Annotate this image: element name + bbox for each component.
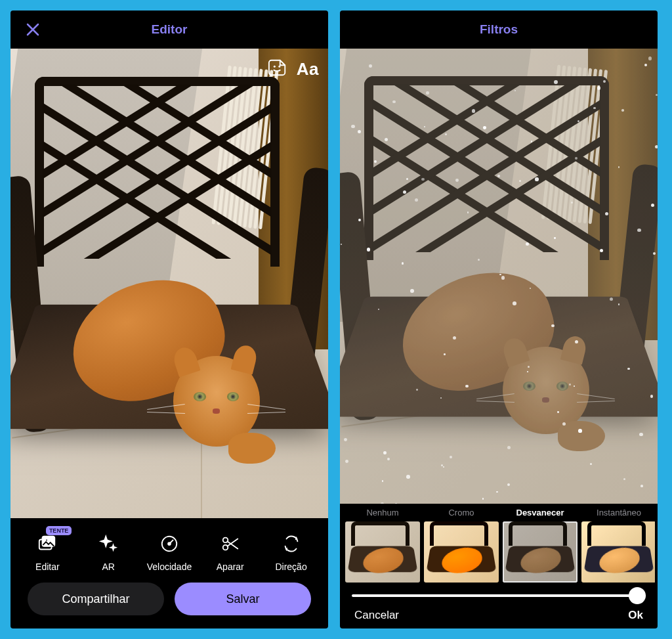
edit-label: Editar [35,562,60,572]
filter-fade[interactable]: Desvanecer [503,508,578,583]
filters-header: Filtros [340,11,658,49]
sparkle-icon [98,533,118,555]
photo-preview [10,49,328,518]
close-button[interactable] [25,21,41,42]
try-badge: TENTE [46,526,72,535]
scissors-icon [220,533,240,555]
direction-label: Direção [275,562,306,572]
intensity-slider[interactable] [352,594,646,597]
svg-point-6 [168,542,171,545]
editor-screen: Editor [10,11,328,628]
editor-title: Editor [152,22,188,37]
ok-button[interactable]: Ok [628,609,643,622]
cancel-button[interactable]: Cancelar [354,609,399,622]
gallery-icon [37,533,57,555]
svg-point-4 [46,539,49,542]
share-button[interactable]: Compartilhar [28,583,164,615]
filter-instant[interactable]: Instantâneo [581,508,655,583]
filter-instant-label: Instantâneo [597,508,641,518]
filter-none[interactable]: Nenhum [345,508,420,583]
trim-label: Aparar [217,562,244,572]
trim-tool[interactable]: Aparar [201,533,260,572]
ar-tool[interactable]: AR [79,533,138,572]
filter-fade-label: Desvanecer [516,508,564,518]
slider-knob[interactable] [629,587,646,604]
text-tool-icon[interactable]: Aa [297,59,319,79]
speed-tool[interactable]: Velocidade [140,533,199,572]
filtered-photo [340,49,658,504]
svg-point-1 [278,66,280,68]
filter-thumbnails: Nenhum Cromo Desvanecer [343,508,655,583]
filter-chrome[interactable]: Cromo [424,508,499,583]
filter-preview-canvas[interactable] [340,49,658,504]
editor-header: Editor [10,11,328,49]
speed-label: Velocidade [147,562,192,572]
filters-screen: Filtros [340,11,658,628]
filter-chrome-label: Cromo [448,508,474,518]
save-button[interactable]: Salvar [175,583,311,615]
svg-point-0 [274,66,276,68]
sticker-icon[interactable] [268,58,287,80]
edit-tool[interactable]: TENTE Editar [18,533,77,572]
ar-label: AR [102,562,114,572]
photo-canvas[interactable]: Aa [10,49,328,518]
gauge-icon [159,533,179,555]
editor-tools: TENTE Editar AR Velocidade [10,518,328,628]
filters-strip: Nenhum Cromo Desvanecer [340,504,658,628]
filter-none-label: Nenhum [366,508,398,518]
loop-icon [282,533,301,555]
direction-tool[interactable]: Direção [262,533,321,572]
filters-title: Filtros [480,22,518,37]
